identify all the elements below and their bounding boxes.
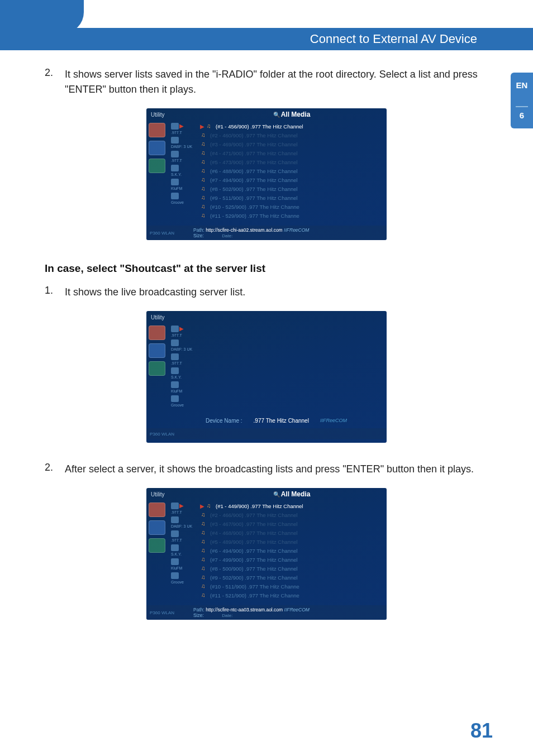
server-icon bbox=[171, 165, 179, 171]
channel-row[interactable]: ♫(#7 - 499/900) .977 The Hitz Channel bbox=[201, 555, 383, 564]
device-name-value: .977 The Hitz Channel bbox=[254, 418, 309, 424]
source-icon bbox=[149, 326, 165, 340]
server-label: Groove bbox=[171, 580, 199, 584]
music-icon: ♫ bbox=[201, 195, 208, 200]
channel-text: (#10 - 525/900) .977 The Hitz Channe bbox=[210, 204, 299, 210]
server-item[interactable] bbox=[171, 529, 199, 538]
music-icon: ♫ bbox=[201, 530, 208, 535]
server-item[interactable] bbox=[171, 380, 199, 389]
zoom-icon: 🔍 bbox=[273, 112, 280, 118]
channel-row[interactable]: ♫(#5 - 489/900) .977 The Hitz Channel bbox=[201, 537, 383, 546]
cursor-arrow-icon: ▶ bbox=[200, 503, 204, 509]
channel-row[interactable]: ♫(#8 - 502/900) .977 The Hitz Channel bbox=[201, 184, 383, 193]
cursor-arrow-icon: ▶ bbox=[200, 123, 204, 130]
channel-row[interactable]: ♫(#10 - 525/900) .977 The Hitz Channe bbox=[201, 202, 383, 211]
brand-label: IIFReeCOM bbox=[284, 607, 310, 613]
channel-text: (#7 - 494/900) .977 The Hitz Channel bbox=[210, 177, 298, 183]
channel-row[interactable]: ▶♫(#1 - 449/900) .977 The Hitz Channel bbox=[201, 501, 383, 510]
music-icon: ♫ bbox=[201, 521, 208, 527]
screenshot-media-list-2: Utility 🔍All Media ▶.977.TDABF: 3 UK.977… bbox=[146, 488, 387, 620]
screenshot-container-2: Utility ▶.977.TDABF: 3 UK.977.TS.K.Y.Klu… bbox=[45, 311, 488, 443]
music-icon: ♫ bbox=[201, 592, 208, 598]
server-item[interactable] bbox=[171, 394, 199, 403]
channel-row[interactable]: ♫(#10 - 511/900) .977 The Hitz Channe bbox=[201, 582, 383, 591]
channel-row[interactable]: ♫(#3 - 469/900) .977 The Hitz Channel bbox=[201, 140, 383, 149]
channel-row[interactable]: ♫(#3 - 467/900) .977 The Hitz Channel bbox=[201, 519, 383, 528]
ss-channel-list: ▶♫(#1 - 456/900) .977 The Hitz Channel♫(… bbox=[200, 121, 387, 226]
channel-row[interactable]: ♫(#8 - 500/900) .977 The Hitz Channel bbox=[201, 564, 383, 573]
server-icon bbox=[171, 544, 179, 551]
channel-text: (#1 - 449/900) .977 The Hitz Channel bbox=[216, 503, 303, 509]
lang-tab-label: EN bbox=[516, 80, 528, 90]
server-label: DABF: 3 UK bbox=[171, 145, 199, 149]
music-icon: ♫ bbox=[201, 548, 208, 553]
ss-body: ▶.977.TDABF: 3 UK.977.TS.K.Y.KluFMGroove… bbox=[146, 323, 387, 428]
cursor-arrow-icon: ▶ bbox=[179, 326, 184, 332]
server-item[interactable] bbox=[171, 515, 199, 524]
screenshot-device-list: Utility ▶.977.TDABF: 3 UK.977.TS.K.Y.Klu… bbox=[146, 311, 387, 443]
channel-row[interactable]: ♫(#6 - 494/900) .977 The Hitz Channel bbox=[201, 546, 383, 555]
zoom-icon: 🔍 bbox=[273, 491, 280, 497]
server-item[interactable] bbox=[171, 366, 199, 375]
header-title: Connect to External AV Device bbox=[310, 32, 477, 46]
music-icon: ♫ bbox=[201, 539, 208, 544]
music-icon: ♫ bbox=[201, 557, 208, 562]
music-icon: ♫ bbox=[201, 177, 208, 183]
channel-row[interactable]: ▶♫(#1 - 456/900) .977 The Hitz Channel bbox=[201, 122, 383, 131]
music-icon: ♫ bbox=[201, 186, 208, 192]
server-item[interactable] bbox=[171, 557, 199, 566]
chapter-tab-label: 6 bbox=[520, 111, 524, 120]
brand-label: IIFReeCOM bbox=[284, 227, 309, 233]
channel-text: (#10 - 511/900) .977 The Hitz Channe bbox=[210, 583, 299, 590]
server-item[interactable]: ▶ bbox=[171, 324, 199, 333]
channel-text: (#7 - 499/900) .977 The Hitz Channel bbox=[210, 557, 298, 563]
server-item[interactable]: ▶ bbox=[171, 122, 199, 130]
ss-body: ▶.977.TDABF: 3 UK.977.TS.K.Y.KluFMGroove… bbox=[146, 500, 387, 605]
channel-row[interactable]: ♫(#5 - 473/900) .977 The Hitz Channel bbox=[201, 157, 383, 166]
server-icon bbox=[171, 530, 179, 537]
server-item[interactable] bbox=[171, 571, 199, 580]
ss-body: ▶.977.TDABF: 3 UK.977.TS.K.Y.KluFMGroove… bbox=[146, 121, 387, 226]
channel-row[interactable]: ♫(#9 - 511/900) .977 The Hitz Channel bbox=[201, 193, 383, 202]
channel-row[interactable]: ♫(#11 - 521/900) .977 The Hitz Channe bbox=[201, 591, 383, 600]
ss-channel-list: ▶♫(#1 - 449/900) .977 The Hitz Channel♫(… bbox=[200, 500, 387, 605]
channel-row[interactable]: ♫(#2 - 466/900) .977 The Hitz Channel bbox=[201, 510, 383, 519]
server-item[interactable] bbox=[171, 543, 199, 552]
step-text: It shows the live broadcasting server li… bbox=[65, 285, 245, 300]
server-label: S.K.Y. bbox=[171, 173, 199, 176]
channel-row[interactable]: ♫(#4 - 468/900) .977 The Hitz Channel bbox=[201, 528, 383, 537]
step-number: 2. bbox=[45, 67, 65, 97]
chapter-tab: 6 bbox=[511, 97, 533, 128]
channel-text: (#5 - 473/900) .977 The Hitz Channel bbox=[210, 159, 298, 165]
server-item[interactable] bbox=[171, 164, 199, 172]
server-icon bbox=[171, 367, 179, 374]
ss-left-icons bbox=[146, 323, 170, 428]
server-item[interactable] bbox=[171, 178, 199, 186]
path-value: http://scfire-chi-aa02.stream.aol.com bbox=[206, 227, 282, 233]
channel-row[interactable]: ♫(#2 - 460/900) .977 The Hitz Channel bbox=[201, 131, 383, 140]
step-item: 1. It shows the live broadcasting server… bbox=[45, 285, 488, 300]
music-icon: ♫ bbox=[201, 141, 208, 147]
channel-row[interactable]: ♫(#11 - 529/900) .977 The Hitz Channe bbox=[201, 211, 383, 220]
utility-label: Utility bbox=[151, 112, 201, 118]
server-icon bbox=[171, 326, 179, 332]
channel-row[interactable]: ♫(#6 - 488/900) .977 The Hitz Channel bbox=[201, 166, 383, 175]
music-icon: ♫ bbox=[201, 159, 208, 165]
step-number: 2. bbox=[45, 462, 65, 477]
server-item[interactable] bbox=[171, 192, 199, 200]
server-item[interactable] bbox=[171, 352, 199, 361]
channel-row[interactable]: ♫(#9 - 502/900) .977 The Hitz Channel bbox=[201, 573, 383, 582]
ss-titlebar: Utility 🔍All Media bbox=[146, 108, 387, 121]
music-icon: ♫ bbox=[201, 213, 208, 218]
source-icon bbox=[149, 123, 165, 137]
server-item[interactable] bbox=[171, 338, 199, 347]
server-label: DABF: 3 UK bbox=[171, 524, 199, 528]
server-item[interactable] bbox=[171, 150, 199, 158]
channel-row[interactable]: ♫(#7 - 494/900) .977 The Hitz Channel bbox=[201, 175, 383, 184]
music-icon: ♫ bbox=[201, 150, 208, 156]
channel-row[interactable]: ♫(#4 - 471/900) .977 The Hitz Channel bbox=[201, 149, 383, 157]
product-label: P360 WLAN bbox=[150, 610, 184, 615]
subheading: In case, select "Shoutcast" at the serve… bbox=[45, 262, 488, 275]
server-item[interactable] bbox=[171, 136, 199, 144]
server-item[interactable]: ▶ bbox=[171, 501, 199, 510]
